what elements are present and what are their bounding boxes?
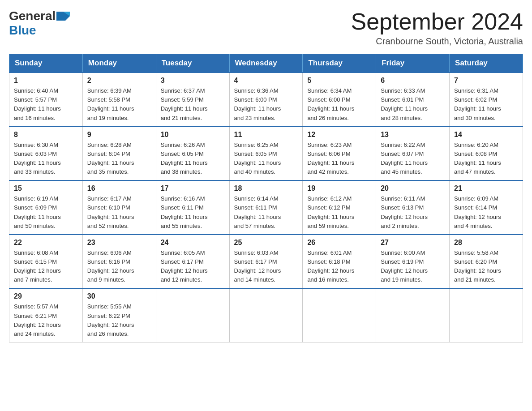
calendar-cell: 13Sunrise: 6:22 AMSunset: 6:07 PMDayligh… [376,127,450,181]
day-info: Sunrise: 5:57 AMSunset: 6:21 PMDaylight:… [14,302,78,338]
day-number: 21 [454,184,518,193]
day-number: 25 [234,239,298,247]
week-row-5: 29Sunrise: 5:57 AMSunset: 6:21 PMDayligh… [9,288,523,342]
day-number: 12 [307,131,371,139]
day-info: Sunrise: 6:22 AMSunset: 6:07 PMDaylight:… [381,141,445,177]
calendar-cell: 30Sunrise: 5:55 AMSunset: 6:22 PMDayligh… [82,288,156,342]
week-row-1: 1Sunrise: 6:40 AMSunset: 5:57 PMDaylight… [9,73,523,127]
day-info: Sunrise: 6:00 AMSunset: 6:19 PMDaylight:… [381,248,445,285]
calendar-cell: 29Sunrise: 5:57 AMSunset: 6:21 PMDayligh… [9,288,83,342]
day-header-friday: Friday [376,54,450,73]
day-number: 22 [14,239,78,247]
day-number: 30 [87,292,151,300]
day-info: Sunrise: 6:37 AMSunset: 5:59 PMDaylight:… [161,86,225,123]
calendar-cell: 10Sunrise: 6:26 AMSunset: 6:05 PMDayligh… [156,127,229,181]
day-info: Sunrise: 6:17 AMSunset: 6:10 PMDaylight:… [87,194,151,231]
day-number: 1 [14,77,78,85]
day-info: Sunrise: 6:30 AMSunset: 6:03 PMDaylight:… [14,141,78,177]
calendar-cell: 1Sunrise: 6:40 AMSunset: 5:57 PMDaylight… [9,73,83,127]
calendar-cell: 12Sunrise: 6:23 AMSunset: 6:06 PMDayligh… [303,127,376,181]
logo-icon [56,9,70,23]
week-row-4: 22Sunrise: 6:08 AMSunset: 6:15 PMDayligh… [9,235,523,289]
day-number: 3 [161,77,225,85]
day-info: Sunrise: 6:33 AMSunset: 6:01 PMDaylight:… [381,86,445,123]
day-info: Sunrise: 6:06 AMSunset: 6:16 PMDaylight:… [87,248,151,285]
calendar-cell: 2Sunrise: 6:39 AMSunset: 5:58 PMDaylight… [82,73,156,127]
day-info: Sunrise: 6:39 AMSunset: 5:58 PMDaylight:… [87,86,151,123]
calendar-cell: 22Sunrise: 6:08 AMSunset: 6:15 PMDayligh… [9,235,83,289]
calendar-cell: 26Sunrise: 6:01 AMSunset: 6:18 PMDayligh… [303,235,376,289]
calendar-cell [229,288,303,342]
calendar-cell: 27Sunrise: 6:00 AMSunset: 6:19 PMDayligh… [376,235,450,289]
day-info: Sunrise: 6:20 AMSunset: 6:08 PMDaylight:… [454,141,518,177]
day-number: 11 [234,131,298,139]
day-info: Sunrise: 6:19 AMSunset: 6:09 PMDaylight:… [14,194,78,231]
calendar-cell: 3Sunrise: 6:37 AMSunset: 5:59 PMDaylight… [156,73,229,127]
calendar-cell: 14Sunrise: 6:20 AMSunset: 6:08 PMDayligh… [450,127,523,181]
day-info: Sunrise: 6:26 AMSunset: 6:05 PMDaylight:… [161,141,225,177]
calendar-table: SundayMondayTuesdayWednesdayThursdayFrid… [9,54,523,342]
calendar-cell [156,288,229,342]
day-info: Sunrise: 6:36 AMSunset: 6:00 PMDaylight:… [234,86,298,123]
week-row-2: 8Sunrise: 6:30 AMSunset: 6:03 PMDaylight… [9,127,523,181]
day-number: 9 [87,131,151,139]
day-number: 5 [307,77,371,85]
month-title: September 2024 [351,9,523,34]
day-number: 28 [454,239,518,247]
day-header-thursday: Thursday [303,54,376,73]
day-info: Sunrise: 6:11 AMSunset: 6:13 PMDaylight:… [381,194,445,231]
day-number: 6 [381,77,445,85]
day-header-wednesday: Wednesday [229,54,303,73]
day-number: 4 [234,77,298,85]
calendar-cell: 28Sunrise: 5:58 AMSunset: 6:20 PMDayligh… [450,235,523,289]
calendar-cell [303,288,376,342]
calendar-cell: 19Sunrise: 6:12 AMSunset: 6:12 PMDayligh… [303,180,376,235]
day-info: Sunrise: 6:01 AMSunset: 6:18 PMDaylight:… [307,248,371,285]
day-number: 14 [454,131,518,139]
calendar-cell: 25Sunrise: 6:03 AMSunset: 6:17 PMDayligh… [229,235,303,289]
day-info: Sunrise: 6:16 AMSunset: 6:11 PMDaylight:… [161,194,225,231]
day-number: 16 [87,184,151,193]
day-info: Sunrise: 5:55 AMSunset: 6:22 PMDaylight:… [87,302,151,338]
calendar-cell: 15Sunrise: 6:19 AMSunset: 6:09 PMDayligh… [9,180,83,235]
calendar-cell [450,288,523,342]
day-info: Sunrise: 6:40 AMSunset: 5:57 PMDaylight:… [14,86,78,123]
week-row-3: 15Sunrise: 6:19 AMSunset: 6:09 PMDayligh… [9,180,523,235]
day-headers-row: SundayMondayTuesdayWednesdayThursdayFrid… [9,54,523,73]
title-block: September 2024 Cranbourne South, Victori… [351,9,523,47]
day-info: Sunrise: 6:23 AMSunset: 6:06 PMDaylight:… [307,141,371,177]
day-header-monday: Monday [82,54,156,73]
calendar-cell: 20Sunrise: 6:11 AMSunset: 6:13 PMDayligh… [376,180,450,235]
page-header: General Blue September 2024 Cranbourne S… [9,9,523,47]
calendar-cell: 16Sunrise: 6:17 AMSunset: 6:10 PMDayligh… [82,180,156,235]
calendar-cell: 7Sunrise: 6:31 AMSunset: 6:02 PMDaylight… [450,73,523,127]
day-number: 26 [307,239,371,247]
logo: General Blue [9,9,70,38]
day-header-tuesday: Tuesday [156,54,229,73]
day-info: Sunrise: 6:28 AMSunset: 6:04 PMDaylight:… [87,141,151,177]
day-number: 23 [87,239,151,247]
day-number: 24 [161,239,225,247]
day-info: Sunrise: 6:05 AMSunset: 6:17 PMDaylight:… [161,248,225,285]
location-subtitle: Cranbourne South, Victoria, Australia [351,36,523,47]
day-number: 13 [381,131,445,139]
day-info: Sunrise: 6:14 AMSunset: 6:11 PMDaylight:… [234,194,298,231]
day-number: 17 [161,184,225,193]
day-number: 19 [307,184,371,193]
day-header-sunday: Sunday [9,54,83,73]
day-number: 18 [234,184,298,193]
day-number: 27 [381,239,445,247]
day-info: Sunrise: 6:03 AMSunset: 6:17 PMDaylight:… [234,248,298,285]
day-info: Sunrise: 5:58 AMSunset: 6:20 PMDaylight:… [454,248,518,285]
calendar-cell: 24Sunrise: 6:05 AMSunset: 6:17 PMDayligh… [156,235,229,289]
day-info: Sunrise: 6:34 AMSunset: 6:00 PMDaylight:… [307,86,371,123]
calendar-cell: 9Sunrise: 6:28 AMSunset: 6:04 PMDaylight… [82,127,156,181]
day-number: 20 [381,184,445,193]
day-number: 2 [87,77,151,85]
calendar-cell: 4Sunrise: 6:36 AMSunset: 6:00 PMDaylight… [229,73,303,127]
calendar-cell: 8Sunrise: 6:30 AMSunset: 6:03 PMDaylight… [9,127,83,181]
calendar-cell: 5Sunrise: 6:34 AMSunset: 6:00 PMDaylight… [303,73,376,127]
day-info: Sunrise: 6:25 AMSunset: 6:05 PMDaylight:… [234,141,298,177]
day-number: 8 [14,131,78,139]
calendar-cell: 18Sunrise: 6:14 AMSunset: 6:11 PMDayligh… [229,180,303,235]
